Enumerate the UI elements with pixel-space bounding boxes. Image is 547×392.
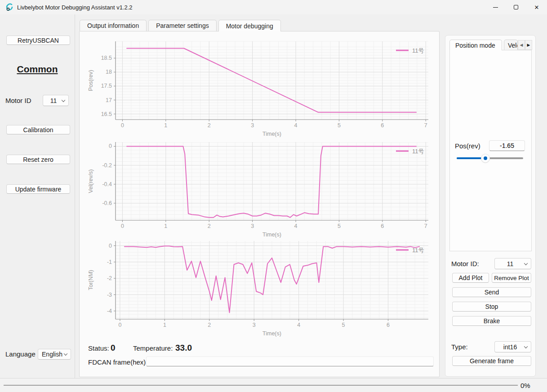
right-motor-id-select[interactable]: 11	[494, 258, 531, 269]
retry-usbcan-button[interactable]: RetryUSBCAN	[6, 36, 70, 45]
svg-text:7: 7	[424, 223, 427, 229]
svg-text:3: 3	[253, 322, 256, 328]
slider-thumb-dot	[484, 156, 487, 160]
velocity-chart[interactable]: 012345670-0.2-0.4-0.6Time(s)Vel(rev/s)11…	[84, 138, 435, 239]
position-chart[interactable]: 0123456716.51717.51818.5Time(s)Pos(rev)1…	[84, 37, 435, 138]
scroll-right-icon: ▶	[527, 43, 530, 47]
svg-text:-0.6: -0.6	[102, 200, 112, 206]
tab-output-information[interactable]: Output information	[80, 20, 147, 31]
temperature-value: 33.0	[175, 343, 192, 353]
close-icon: ✕	[534, 4, 539, 11]
svg-text:-3: -3	[107, 292, 112, 298]
svg-text:6: 6	[381, 223, 384, 229]
svg-text:0: 0	[121, 122, 124, 129]
motor-id-label: Motor ID	[5, 97, 31, 104]
svg-text:18.5: 18.5	[101, 55, 112, 61]
svg-text:0: 0	[118, 322, 121, 328]
chevron-down-icon	[62, 98, 65, 102]
svg-text:Time(s): Time(s)	[262, 131, 281, 137]
minimize-button[interactable]	[485, 0, 506, 14]
type-value: int16	[503, 343, 517, 351]
svg-text:4: 4	[294, 122, 298, 129]
svg-text:18: 18	[106, 69, 112, 75]
svg-text:2: 2	[208, 223, 211, 229]
add-plot-button[interactable]: Add Plot	[452, 273, 489, 283]
svg-text:4: 4	[294, 223, 298, 229]
close-button[interactable]: ✕	[526, 0, 547, 14]
status-label: Status:	[88, 344, 109, 352]
chevron-down-icon	[524, 261, 528, 265]
chevron-down-icon	[524, 344, 528, 348]
app-window: Livbelybot Motor Debugging Assistant v1.…	[0, 0, 547, 392]
svg-text:4: 4	[297, 322, 300, 328]
calibration-button[interactable]: Calibration	[6, 125, 70, 134]
maximize-icon	[514, 5, 518, 9]
svg-text:17: 17	[106, 97, 112, 103]
tab-scroll-left-button[interactable]: ◀	[518, 40, 525, 50]
right-motor-id-value: 11	[507, 260, 514, 267]
svg-text:2: 2	[208, 122, 211, 129]
slider-thumb[interactable]	[481, 154, 489, 162]
app-logo-icon	[5, 3, 13, 11]
tab-motor-debugging[interactable]: Motor debugging	[218, 20, 281, 31]
svg-text:Vel(rev/s): Vel(rev/s)	[88, 169, 94, 193]
maximize-button[interactable]	[506, 0, 526, 14]
svg-text:5: 5	[338, 122, 341, 129]
svg-text:-0.2: -0.2	[102, 162, 112, 169]
svg-text:5: 5	[338, 223, 341, 229]
send-button[interactable]: Send	[452, 287, 531, 297]
svg-text:6: 6	[381, 122, 384, 129]
main-tab-bar: Output information Parameter settings Mo…	[80, 20, 281, 31]
language-select[interactable]: English	[38, 349, 71, 360]
pos-slider[interactable]	[457, 154, 523, 162]
svg-text:0: 0	[121, 223, 124, 229]
status-value: 0	[111, 343, 116, 353]
tab-velocity-mode[interactable]: Velo	[504, 40, 518, 50]
svg-text:2: 2	[208, 322, 211, 328]
type-label: Type:	[451, 343, 468, 351]
svg-text:3: 3	[251, 122, 254, 129]
fdcan-frame-label: FDCAN frame(hex)	[88, 358, 146, 366]
common-heading: Common	[0, 64, 75, 75]
type-select[interactable]: int16	[494, 341, 531, 352]
svg-text:11号: 11号	[412, 148, 424, 155]
svg-text:Tor(NM): Tor(NM)	[88, 270, 94, 290]
svg-text:Time(s): Time(s)	[262, 330, 281, 337]
tab-parameter-settings[interactable]: Parameter settings	[148, 20, 217, 31]
svg-text:-0.4: -0.4	[102, 181, 112, 187]
motor-id-select[interactable]: 11	[43, 95, 69, 106]
remove-plot-button[interactable]: Remove Plot	[492, 273, 531, 283]
svg-text:-1: -1	[107, 259, 112, 265]
stop-button[interactable]: Stop	[452, 302, 531, 312]
sidebar-divider	[75, 14, 75, 378]
svg-text:0: 0	[109, 243, 112, 249]
svg-text:1: 1	[163, 322, 166, 328]
scroll-left-icon: ◀	[520, 43, 523, 47]
fdcan-frame-input[interactable]	[146, 356, 434, 366]
right-motor-id-label: Motor ID:	[451, 260, 479, 267]
svg-text:11号: 11号	[412, 47, 424, 54]
generate-frame-button[interactable]: Generate frame	[452, 356, 531, 366]
minimize-icon	[493, 7, 498, 8]
update-firmware-button[interactable]: Update firmware	[6, 184, 70, 194]
svg-text:1: 1	[164, 122, 167, 129]
progress-bar	[4, 385, 518, 386]
svg-text:-4: -4	[107, 308, 112, 314]
svg-text:16.5: 16.5	[101, 111, 112, 117]
svg-text:6: 6	[387, 322, 390, 328]
torque-chart[interactable]: 01234560-1-2-3-4Time(s)Tor(NM)11号	[84, 236, 435, 338]
tab-position-mode[interactable]: Position mode	[449, 40, 502, 50]
pos-rev-input[interactable]	[489, 140, 525, 151]
reset-zero-button[interactable]: Reset zero	[6, 155, 70, 164]
language-value: English	[42, 351, 62, 358]
tab-scroll-right-button[interactable]: ▶	[525, 40, 532, 50]
svg-text:7: 7	[424, 122, 427, 129]
chevron-down-icon	[64, 352, 67, 356]
svg-text:-2: -2	[107, 275, 112, 281]
brake-button[interactable]: Brake	[452, 316, 531, 326]
svg-text:5: 5	[342, 322, 345, 328]
title-bar: Livbelybot Motor Debugging Assistant v1.…	[0, 0, 547, 14]
motor-id-value: 11	[50, 97, 57, 104]
pos-rev-label: Pos(rev)	[455, 142, 480, 150]
svg-text:Pos(rev): Pos(rev)	[88, 70, 94, 91]
